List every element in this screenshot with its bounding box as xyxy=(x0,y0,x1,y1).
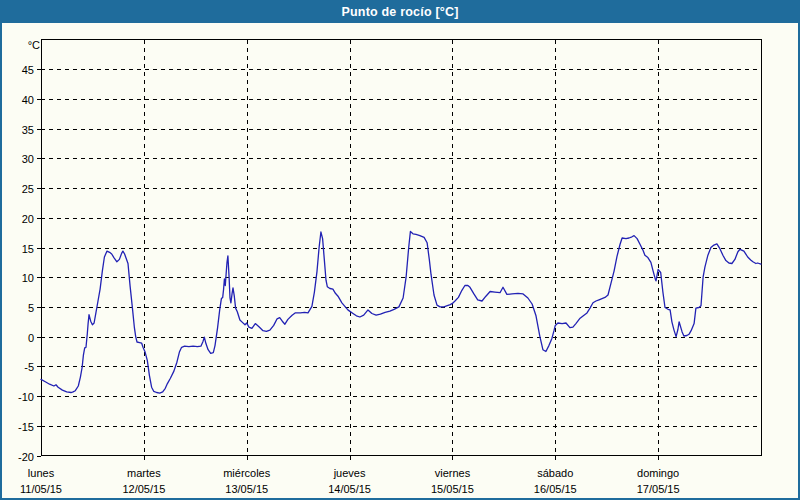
day-name-label: lunes xyxy=(28,467,55,479)
y-tick-label: 5 xyxy=(28,302,34,314)
series-line xyxy=(41,232,761,394)
day-date-label: 13/05/15 xyxy=(225,483,268,495)
y-tick-label: 0 xyxy=(28,332,34,344)
y-tick-label: 25 xyxy=(22,183,34,195)
day-date-label: 12/05/15 xyxy=(122,483,165,495)
day-name-label: viernes xyxy=(435,467,471,479)
y-tick-label: 35 xyxy=(22,124,34,136)
day-name-label: miércoles xyxy=(223,467,271,479)
day-date-label: 11/05/15 xyxy=(20,483,62,495)
day-name-label: martes xyxy=(127,467,161,479)
y-tick-label: -5 xyxy=(24,361,34,373)
day-date-label: 15/05/15 xyxy=(431,483,474,495)
day-name-label: jueves xyxy=(333,467,366,479)
y-tick-label: 10 xyxy=(22,272,34,284)
day-date-label: 16/05/15 xyxy=(534,483,577,495)
y-tick-label: 45 xyxy=(22,64,34,76)
y-tick-label: -10 xyxy=(18,391,34,403)
day-date-label: 14/05/15 xyxy=(328,483,371,495)
y-tick-label: 15 xyxy=(22,243,34,255)
day-name-label: sábado xyxy=(537,467,573,479)
day-date-label: 17/05/15 xyxy=(637,483,680,495)
y-tick-label: -15 xyxy=(18,421,34,433)
y-tick-label: 20 xyxy=(22,213,34,225)
y-tick-label: 30 xyxy=(22,153,34,165)
y-axis-unit-label: °C xyxy=(28,39,40,51)
plot-frame xyxy=(41,40,761,456)
day-name-label: domingo xyxy=(637,467,679,479)
y-tick-label: -20 xyxy=(18,451,34,463)
chart-window: Punto de rocío [°C] 454035302520151050-5… xyxy=(0,0,800,500)
dewpoint-chart: 454035302520151050-5-10-15-20°Clunes11/0… xyxy=(2,2,798,498)
y-tick-label: 40 xyxy=(22,94,34,106)
